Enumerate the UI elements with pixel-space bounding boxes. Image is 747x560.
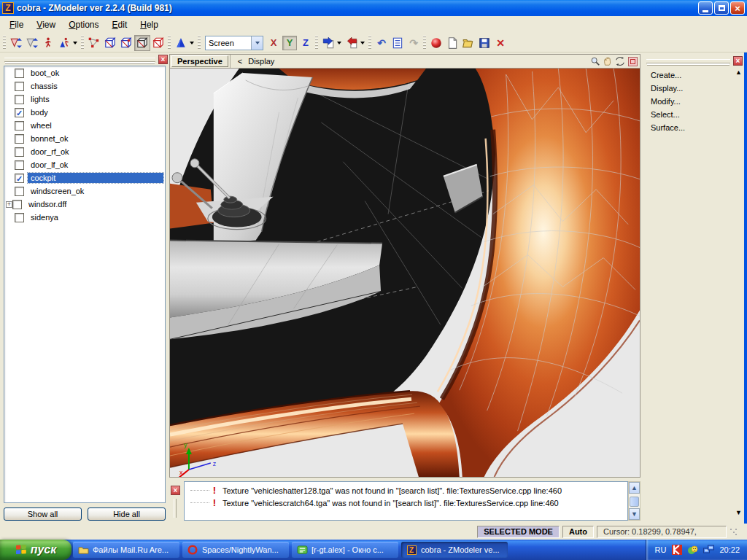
scrollbar-thumb[interactable] [630,497,639,507]
command-surface[interactable]: Surface... [646,121,732,134]
start-button[interactable]: пуск [0,540,71,560]
hide-all-button[interactable]: Hide all [88,508,166,521]
export-icon[interactable] [344,35,360,51]
messenger-icon[interactable] [687,545,698,556]
axis-z-button[interactable]: Z [298,36,313,50]
panel-close-button[interactable]: × [158,55,168,64]
history-list-icon[interactable] [390,35,406,51]
menu-file[interactable]: File [3,18,30,32]
menu-edit[interactable]: Edit [106,18,134,32]
material-editor-icon[interactable] [428,35,444,51]
axis-x-button[interactable]: X [266,36,281,50]
import-icon[interactable] [320,35,336,51]
menu-options[interactable]: Options [62,18,105,32]
undo-icon[interactable]: ↶ [374,35,390,51]
log-close-button[interactable]: × [171,486,180,495]
scene-level-icon[interactable] [150,35,166,51]
checkbox[interactable] [15,95,24,104]
list-item[interactable]: chassis [4,79,165,93]
log-drag-handle[interactable] [174,499,177,518]
list-item[interactable]: lights [4,93,165,106]
menu-help[interactable]: Help [133,18,165,32]
command-modify[interactable]: Modify... [646,95,732,108]
checkbox[interactable]: ✓ [15,174,24,183]
language-indicator[interactable]: RU [655,545,667,554]
list-item-selected[interactable]: ✓cockpit [4,171,165,184]
log-scrollbar[interactable]: ▲ ▼ [628,481,640,521]
close-button[interactable]: × [730,1,745,15]
checkbox[interactable] [15,82,24,91]
scroll-up-icon[interactable]: ▲ [629,482,640,494]
cone-dropdown-icon[interactable] [190,42,194,44]
checkbox[interactable] [15,134,24,144]
checkbox[interactable] [15,121,24,131]
new-file-icon[interactable] [444,35,460,51]
kaspersky-icon[interactable]: Z [671,545,682,556]
checkbox[interactable] [15,160,24,170]
export-dropdown-icon[interactable] [360,42,365,44]
objects-level-icon[interactable] [134,35,150,51]
list-item[interactable]: bonnet_ok [4,132,165,145]
axis-y-button[interactable]: Y [282,36,297,50]
scroll-up-icon[interactable]: ▲ [735,69,742,76]
checkbox[interactable] [15,69,24,78]
space-select[interactable]: Screen [205,36,263,50]
menu-view[interactable]: View [30,18,62,32]
list-item[interactable]: wheel [4,119,165,132]
scroll-down-icon[interactable]: ▼ [735,509,742,516]
save-file-icon[interactable] [476,35,492,51]
list-item[interactable]: boot_ok [4,66,165,79]
list-item[interactable]: ✓body [4,106,165,119]
space-select-arrow[interactable] [251,36,263,50]
command-display[interactable]: Display... [646,82,732,95]
viewport-canvas[interactable]: y z x [170,69,640,477]
pan-tool-icon[interactable] [601,56,614,67]
task-zmodeler[interactable]: Z cobra - ZModeler ve... [401,542,508,558]
network-icon[interactable] [703,545,714,556]
select-single-icon[interactable] [8,35,24,51]
delete-icon[interactable]: ✕ [492,35,508,51]
task-opera-spaces[interactable]: Spaces/NightlyWan... [182,542,289,558]
command-select[interactable]: Select... [646,108,732,121]
expand-toggle[interactable]: + [6,201,12,208]
modifier-tool-icon[interactable] [56,35,72,51]
scroll-down-icon[interactable]: ▼ [629,508,640,520]
list-item[interactable]: +windsor.dff [4,198,165,211]
list-item[interactable]: sidenya [4,211,165,224]
orbit-tool-icon[interactable] [614,56,626,67]
list-item[interactable]: windscreen_ok [4,184,165,198]
clock[interactable]: 20:22 [719,545,740,554]
breadcrumb-back-arrow[interactable]: < [238,57,242,66]
list-item[interactable]: door_lf_ok [4,158,165,171]
modifier-dropdown-icon[interactable] [73,42,77,44]
select-multi-icon[interactable] [24,35,40,51]
list-item[interactable]: door_rf_ok [4,145,165,158]
polygons-level-icon[interactable] [118,35,134,51]
move-tool-icon[interactable] [40,35,56,51]
scene-node-list[interactable]: boot_ok chassis lights ✓body wheel bonne… [4,66,166,503]
task-files-mailru[interactable]: Файлы Mail.Ru Are... [73,542,179,558]
edges-level-icon[interactable] [102,35,118,51]
log-messages[interactable]: ! Texture "vehicleshatter128.tga" was no… [184,481,628,521]
zoom-tool-icon[interactable] [589,56,601,67]
minimize-button[interactable] [698,1,713,15]
viewport-maximize-icon[interactable] [628,57,638,66]
task-chat-window[interactable]: [r-gt.alex] - Окно с... [292,542,398,558]
open-file-icon[interactable] [460,35,476,51]
status-auto[interactable]: Auto [562,526,594,538]
viewport-mode-button[interactable]: Perspective [171,55,228,67]
redo-icon[interactable]: ↷ [406,35,422,51]
panel-drag-handle[interactable] [646,59,730,63]
checkbox[interactable] [15,147,24,157]
panel-drag-handle[interactable] [4,58,155,62]
checkbox[interactable] [12,200,22,209]
viewport-breadcrumb[interactable]: < Display [230,55,589,68]
import-dropdown-icon[interactable] [337,42,341,44]
show-all-button[interactable]: Show all [4,508,82,521]
panel-close-button[interactable]: × [733,56,743,66]
checkbox[interactable] [15,213,24,222]
vertices-level-icon[interactable] [86,35,102,51]
command-create[interactable]: Create... [646,69,732,82]
checkbox[interactable]: ✓ [15,108,24,117]
restore-button[interactable] [714,1,729,15]
